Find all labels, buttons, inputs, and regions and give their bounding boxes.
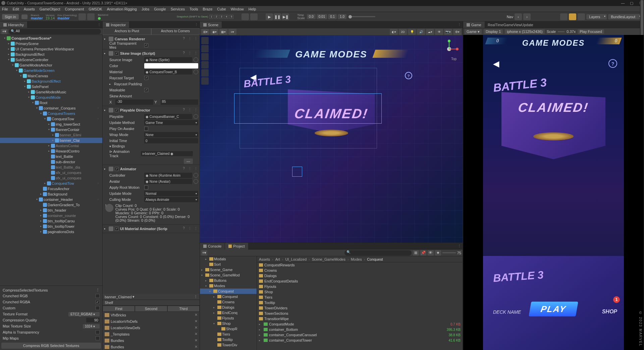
menu-edit[interactable]: Edit (13, 7, 19, 11)
deck-button[interactable]: DECK NAME (493, 309, 521, 315)
hierarchy-item[interactable]: ▸btn_tooltipTower (0, 224, 102, 229)
menu-assets[interactable]: Assets (24, 7, 35, 11)
game-help-icon[interactable]: ? (608, 59, 617, 68)
layers-dropdown[interactable]: Layers (586, 14, 607, 19)
trash-icon[interactable] (87, 13, 95, 20)
hand-tool[interactable] (201, 37, 209, 44)
hierarchy-item[interactable]: text_Battle_dia (0, 165, 102, 170)
nav-back[interactable]: ‹ (515, 13, 522, 20)
hierarchy-item[interactable]: ▾SafePanel (0, 84, 102, 89)
tool-icon-2[interactable] (250, 13, 258, 20)
project-add[interactable]: +▾ (201, 250, 207, 256)
grid-icon[interactable] (569, 13, 576, 20)
game-tab[interactable]: Game (463, 21, 485, 28)
shop-button[interactable]: SHOP (602, 309, 617, 315)
2d-toggle[interactable]: 2D (399, 29, 407, 35)
step-button[interactable]: ▶❚ (282, 13, 289, 20)
hierarchy-item[interactable]: ▾ConquestMode (0, 95, 102, 100)
menu-tools[interactable]: Tools (190, 7, 198, 11)
layout-dropdown[interactable]: BundlesLayout (608, 14, 642, 19)
menu-window[interactable]: Window (231, 7, 244, 11)
hierarchy-item[interactable]: ▾SubSceneController (0, 57, 102, 62)
add-button[interactable]: +▾ (1, 29, 7, 34)
hierarchy-item[interactable]: DarkenGradient_To (0, 202, 102, 208)
minimize-button[interactable]: — (621, 1, 625, 5)
hierarchy-item[interactable]: ▸banner_Elimi (0, 132, 102, 138)
hierarchy-item[interactable]: ▸GameModesMusic (0, 89, 102, 95)
hierarchy-item[interactable]: ▸container_counte (0, 213, 102, 218)
menu-services[interactable]: Services (171, 7, 185, 11)
console-tab[interactable]: Console (200, 243, 225, 250)
transform-tool[interactable] (201, 77, 209, 85)
pause-button[interactable]: ❚❚ (274, 13, 281, 20)
search-icon[interactable] (578, 13, 585, 20)
scale-tool[interactable] (201, 61, 209, 69)
hierarchy-item[interactable]: ▾GameModeScreen (0, 68, 102, 73)
compress-button[interactable]: Compress RGB Selected Textures (1, 343, 101, 349)
anchors-corners[interactable]: Anchors to Corners (151, 28, 200, 35)
hierarchy-item[interactable]: ▸PrimaryScene (0, 41, 102, 46)
signin-button[interactable]: Sign in (2, 14, 19, 19)
hierarchy-item[interactable]: ▾MainCanvas (0, 73, 102, 79)
menu-jobs[interactable]: Jobs (142, 7, 149, 11)
menu-google[interactable]: Google (154, 7, 166, 11)
hierarchy-item[interactable]: ▾ConquestTowerScene* (0, 36, 102, 41)
hierarchy-item[interactable]: ▸btn_tooltipCarou (0, 218, 102, 224)
project-slider[interactable] (442, 252, 456, 253)
play-button[interactable]: ▶ (266, 13, 273, 20)
refresh-icon[interactable] (78, 13, 86, 20)
hierarchy-item[interactable]: ▸paginationsDots (0, 229, 102, 234)
move-tool[interactable] (201, 45, 209, 52)
game-back-icon[interactable]: ◀ (493, 59, 499, 69)
hierarchy-item[interactable]: ▾ConquestTowers (0, 111, 102, 116)
hierarchy-item[interactable]: sfx_ui_conques (0, 170, 102, 175)
inspector-tab[interactable]: Inspector (103, 21, 129, 28)
game-dd[interactable]: Game ▾ (465, 29, 482, 34)
hierarchy-item[interactable]: ▾GameModesAnchor (0, 62, 102, 68)
hierarchy-search[interactable]: 🔍 All (9, 29, 101, 34)
hierarchy-item[interactable]: FocusAnchor (0, 186, 102, 191)
hierarchy-item[interactable]: ▾container_Header› (0, 197, 102, 202)
menu-animation rigging[interactable]: Animation Rigging (107, 7, 137, 11)
hierarchy-item[interactable]: ▾container_Conques› (0, 105, 102, 111)
play-button[interactable]: PLAY (529, 302, 578, 316)
hierarchy-item[interactable]: ▸img_towerSect (0, 122, 102, 127)
timescale-slider[interactable] (348, 16, 375, 17)
hierarchy-item[interactable]: ▸Background (0, 191, 102, 197)
hierarchy-item[interactable]: ▾ConquestTow› (0, 116, 102, 122)
maximize-button[interactable]: ▢ (629, 1, 634, 5)
menu-gmsdk[interactable]: GMSDK (89, 7, 102, 11)
hierarchy-item[interactable]: ▸banner_Clai (0, 138, 102, 143)
rect-tool[interactable] (201, 69, 209, 77)
hierarchy-item[interactable]: ▾Root (0, 100, 102, 105)
menu-braze[interactable]: Braze (203, 7, 213, 11)
display-dd[interactable]: Display 1 (484, 29, 503, 34)
scene-view[interactable]: Top GAME MODES ◀ ? BATTLE 3 CLAIMED! (200, 36, 463, 243)
hierarchy-item[interactable]: text_Battle (0, 154, 102, 159)
hierarchy-item[interactable]: ▸BackgroundEffect (0, 79, 102, 84)
hierarchy-tab[interactable]: Hierarchy (0, 21, 28, 28)
scene-tab[interactable]: Scene (200, 21, 222, 28)
hierarchy-item[interactable]: ▸ConquestTow› (0, 181, 102, 186)
menu-gameobject[interactable]: GameObject (40, 7, 60, 11)
hierarchy-item[interactable]: ▸btn_header (0, 208, 102, 213)
menu-component[interactable]: Component (65, 7, 84, 11)
rotate-tool[interactable] (201, 53, 209, 60)
tool-icon-1[interactable] (241, 13, 249, 20)
menu-help[interactable]: Help (249, 7, 256, 11)
scene-gizmo[interactable] (439, 39, 459, 59)
hierarchy-item[interactable]: ▸AvatarsContai (0, 143, 102, 148)
project-search[interactable]: 🔍 (344, 250, 412, 256)
hierarchy-item[interactable]: ▸BackgroundEffect (0, 52, 102, 57)
menu-cube[interactable]: Cube (217, 7, 226, 11)
hierarchy-item[interactable]: ▸UI Camera Perspective Worldspace (0, 46, 102, 52)
hierarchy-item[interactable]: sub-director (0, 159, 102, 165)
res-dd[interactable]: iphone x (1125x2436) (505, 29, 544, 34)
project-tab[interactable]: Project (225, 243, 248, 250)
anchors-pivot[interactable]: Anchors to Pivot (103, 28, 151, 35)
undo-history-icon[interactable] (560, 13, 568, 20)
hierarchy-item[interactable]: sfx_ui_conques (0, 175, 102, 181)
cloud-icon[interactable] (21, 14, 28, 19)
hierarchy-item[interactable]: ▾BannerContair (0, 127, 102, 132)
hierarchy-item[interactable]: ▸RewardContro (0, 148, 102, 154)
